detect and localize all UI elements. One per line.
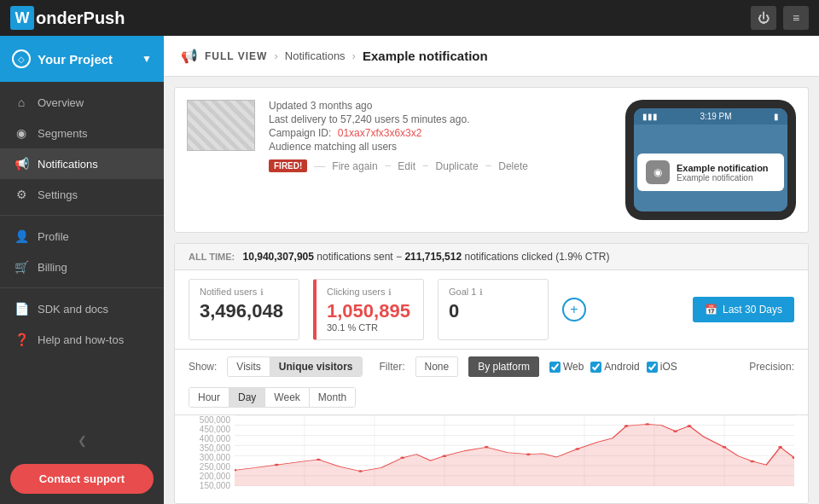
home-icon: ⌂ (14, 96, 29, 109)
android-label: Android (604, 361, 639, 373)
notification-updated: Updated 3 months ago (269, 100, 612, 112)
svg-point-31 (778, 446, 782, 448)
ios-checkbox[interactable] (647, 362, 658, 373)
y-label-350k: 350,000 (189, 443, 235, 453)
contact-support-button[interactable]: Contact support (10, 464, 154, 494)
sidebar-item-profile[interactable]: 👤 Profile (0, 221, 164, 252)
date-range-button[interactable]: 📅 Last 30 Days (693, 297, 794, 322)
filter-none-button[interactable]: None (415, 356, 459, 377)
all-time-bar: ALL TIME: 10,940,307,905 notifications s… (175, 244, 808, 270)
svg-point-22 (485, 446, 489, 448)
notification-audience: Audience matching all users (269, 141, 612, 153)
all-time-clicked: 211,715,512 (404, 251, 462, 263)
all-time-sent-label: notifications sent − (317, 251, 402, 263)
sidebar-item-settings[interactable]: ⚙ Settings (0, 179, 164, 210)
segments-icon: ◉ (14, 126, 29, 140)
breadcrumb-notifications-link[interactable]: Notifications (285, 49, 346, 62)
show-button-group: Visits Unique visitors (227, 356, 362, 377)
sidebar-item-sdk[interactable]: 📄 SDK and docs (0, 293, 164, 324)
phone-signal: ▮▮▮ (642, 112, 658, 121)
breadcrumb-sep2: › (352, 49, 356, 62)
content-area: 📢 FULL VIEW › Notifications › Example no… (164, 36, 819, 504)
info-icon-clicking: ℹ (388, 287, 392, 297)
collapse-icon: ❮ (78, 434, 87, 447)
help-icon: ❓ (14, 333, 29, 346)
svg-point-20 (400, 457, 404, 459)
phone-time: 3:19 PM (700, 112, 731, 121)
edit-link[interactable]: Edit (398, 160, 415, 172)
duplicate-link[interactable]: Duplicate (436, 160, 479, 172)
svg-point-25 (624, 425, 629, 426)
project-icon: ◇ (12, 49, 31, 68)
breadcrumb-current: Example notification (363, 49, 488, 63)
svg-point-21 (443, 455, 447, 456)
y-label-500k: 500,000 (189, 415, 235, 425)
sidebar-label-segments: Segments (38, 127, 88, 140)
filter-platform-button[interactable]: By platform (468, 356, 539, 377)
phone-status-bar: ▮▮▮ 3:19 PM ▮ (634, 108, 787, 125)
delete-link[interactable]: Delete (498, 160, 528, 172)
y-axis: 500,000 450,000 400,000 350,000 300,000 … (189, 415, 235, 486)
sidebar-label-overview: Overview (38, 96, 84, 109)
profile-icon: 👤 (14, 229, 29, 243)
svg-point-30 (750, 461, 754, 462)
sdk-icon: 📄 (14, 302, 29, 316)
precision-hour-button[interactable]: Hour (189, 388, 229, 407)
fire-again-link[interactable]: Fire again (332, 160, 377, 172)
svg-point-29 (723, 446, 727, 448)
collapse-sidebar-button[interactable]: ❮ (0, 427, 164, 454)
web-checkbox-label[interactable]: Web (549, 361, 584, 373)
svg-point-23 (526, 453, 531, 455)
svg-point-27 (673, 430, 677, 432)
add-goal-button[interactable]: + (562, 298, 586, 322)
svg-point-26 (645, 423, 649, 425)
clicking-label: Clicking users ℹ (327, 287, 413, 297)
precision-month-button[interactable]: Month (310, 388, 355, 407)
notification-info: Updated 3 months ago Last delivery to 57… (269, 100, 612, 220)
menu-button[interactable]: ≡ (783, 6, 809, 30)
show-label: Show: (189, 361, 217, 373)
y-label-400k: 400,000 (189, 434, 235, 443)
show-unique-visitors-button[interactable]: Unique visitors (270, 357, 362, 376)
web-label: Web (563, 361, 584, 373)
notification-image-placeholder (187, 100, 255, 151)
sidebar-item-overview[interactable]: ⌂ Overview (0, 87, 164, 118)
project-selector[interactable]: ◇ Your Project ▼ (0, 36, 164, 82)
all-time-label: ALL TIME: (189, 252, 235, 262)
notifications-icon: 📢 (14, 157, 29, 171)
precision-day-button[interactable]: Day (229, 388, 265, 407)
sidebar-item-notifications[interactable]: 📢 Notifications (0, 148, 164, 179)
chart-area: 500,000 450,000 400,000 350,000 300,000 … (175, 415, 808, 503)
campaign-label: Campaign ID: (269, 127, 331, 139)
calendar-icon: 📅 (705, 304, 717, 316)
campaign-id-link[interactable]: 01xax7xfx3x6x3x2 (338, 127, 422, 139)
notification-detail-card: Updated 3 months ago Last delivery to 57… (174, 87, 809, 233)
ios-checkbox-label[interactable]: iOS (647, 361, 677, 373)
clicking-users-metric: Clicking users ℹ 1,050,895 30.1 % CTR (313, 279, 424, 340)
sidebar-label-billing: Billing (38, 261, 67, 274)
precision-week-button[interactable]: Week (265, 388, 309, 407)
filter-label: Filter: (380, 361, 405, 373)
controls-row: Show: Visits Unique visitors Filter: Non… (175, 350, 808, 415)
settings-icon: ⚙ (14, 188, 29, 201)
web-checkbox[interactable] (549, 362, 561, 373)
sidebar-item-segments[interactable]: ◉ Segments (0, 118, 164, 148)
sidebar-item-billing[interactable]: 🛒 Billing (0, 252, 164, 282)
phone-screen: ▮▮▮ 3:19 PM ▮ ◉ Example notification Exa… (634, 108, 787, 211)
stats-panel: ALL TIME: 10,940,307,905 notifications s… (174, 243, 809, 504)
goal-value: 0 (449, 300, 537, 322)
svg-point-19 (358, 470, 363, 472)
notified-label: Notified users ℹ (200, 287, 288, 297)
platform-check-group: Web Android iOS (549, 361, 677, 373)
sidebar-label-notifications: Notifications (38, 158, 98, 171)
clicking-pct: 30.1 % CTR (327, 322, 413, 333)
breadcrumb-icon: 📢 (181, 48, 198, 64)
svg-point-17 (275, 464, 279, 466)
android-checkbox-label[interactable]: Android (590, 361, 639, 373)
clicking-value: 1,050,895 (327, 300, 413, 322)
show-visits-button[interactable]: Visits (228, 357, 270, 376)
sidebar-item-help[interactable]: ❓ Help and how-tos (0, 324, 164, 355)
info-icon: ℹ (260, 287, 264, 297)
power-button[interactable]: ⏻ (751, 6, 776, 30)
android-checkbox[interactable] (590, 362, 601, 373)
